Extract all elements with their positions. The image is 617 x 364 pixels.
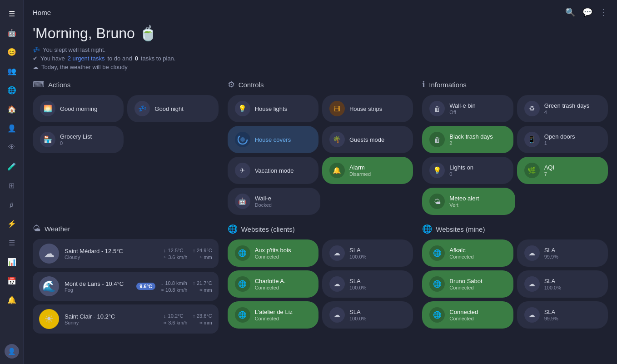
weather-wind-2: 10.8 km/h (165, 287, 187, 293)
sla-client-3-card[interactable]: ☁ SLA 100.0% (322, 301, 413, 329)
weather-saint-medard[interactable]: ☁ Saint Médard - 12.5°C Cloudy ↓12.5°C ≈… (33, 239, 219, 268)
walle-bin-card[interactable]: 🗑 Wall-e bin Off (422, 95, 513, 122)
urgent-tasks-link[interactable]: 2 urgent tasks (68, 55, 105, 62)
black-trash-card[interactable]: 🗑 Black trash days 2 (422, 126, 513, 153)
sidebar-people-icon[interactable]: 👥 (4, 63, 20, 79)
sidebar-eye-icon[interactable]: 👁 (4, 139, 20, 155)
sidebar-beta-icon[interactable]: β (4, 196, 20, 213)
sidebar-bell-icon[interactable]: 🔔 (4, 292, 20, 308)
actions-section: ⌨ Actions 🌅 Good morning 💤 Good night (33, 80, 219, 215)
weather-city-3: Saint Clair - 10.2°C (65, 313, 158, 320)
sla-mine-1-card[interactable]: ☁ SLA 99.9% (517, 239, 608, 267)
sidebar-layers-icon[interactable]: ⊞ (4, 177, 20, 194)
bottom-sections: 🌤 Weather ☁ Saint Médard - 12.5°C Cloudy… (33, 224, 608, 334)
charlotte-name: Charlotte A. (255, 278, 311, 284)
sla-mine-2-value: 100.0% (544, 285, 601, 290)
sla-mine-1-value: 99.9% (544, 254, 601, 259)
controls-cards: 💡 House lights 🎞 House strips (228, 95, 413, 215)
walle-bin-title: Wall-e bin (449, 102, 506, 109)
websites-clients-section: 🌐 Websites (clients) 🌐 Aux p'tits bois C… (228, 224, 413, 334)
sidebar-chart-icon[interactable]: 📊 (4, 254, 20, 270)
aqi-card[interactable]: 🌿 AQI 7 (517, 157, 608, 184)
page-title: Home (33, 9, 51, 16)
search-icon[interactable]: 🔍 (565, 7, 575, 17)
sidebar-flask-icon[interactable]: 🧪 (4, 158, 20, 175)
sidebar-user-icon[interactable]: 👤 (4, 120, 20, 136)
alarm-card[interactable]: 🔔 Alarm Disarmed (322, 157, 413, 184)
weather-cards: ☁ Saint Médard - 12.5°C Cloudy ↓12.5°C ≈… (33, 239, 219, 334)
website-mine-cards: 🌐 Afkalc Connected ☁ SLA 99.9% (422, 239, 608, 329)
atelier-liz-card[interactable]: 🌐 L'atelier de Liz Connected (228, 301, 318, 329)
weather-max-1: ↑ 24.9°C (193, 248, 212, 253)
informations-icon: ℹ (422, 80, 425, 90)
house-lights-title: House lights (255, 105, 311, 112)
sidebar-bolt-icon[interactable]: ⚡ (4, 215, 20, 232)
good-morning-card[interactable]: 🌅 Good morning (33, 95, 124, 122)
house-strips-title: House strips (349, 105, 406, 112)
sidebar-face-icon[interactable]: 😊 (4, 44, 20, 60)
sidebar-globe-icon[interactable]: 🌐 (4, 82, 20, 98)
sla-mine-3-card[interactable]: ☁ SLA 99.9% (517, 301, 608, 329)
house-strips-card[interactable]: 🎞 House strips (322, 95, 413, 122)
main-content: Home 🔍 💬 ⋮ 'Morning, Bruno 🍵 💤 You slept… (24, 0, 617, 364)
sla-client-1-value: 100.0% (349, 254, 406, 259)
open-doors-title: Open doors (544, 133, 601, 140)
connected-name: Connected (449, 309, 506, 315)
bruno-sabot-name: Bruno Sabot (449, 278, 506, 284)
house-covers-icon (235, 132, 250, 147)
sla-mine-2-card[interactable]: ☁ SLA 100.0% (517, 270, 608, 298)
good-morning-title: Good morning (60, 105, 116, 112)
open-doors-card[interactable]: 📱 Open doors 1 (517, 126, 608, 153)
weather-condition-3: Sunny (65, 320, 158, 325)
good-night-card[interactable]: 💤 Good night (127, 95, 218, 122)
sidebar-home-icon[interactable]: 🏠 (4, 101, 20, 117)
guests-mode-title: Guests mode (349, 136, 406, 143)
sla-client-2-name: SLA (349, 278, 406, 284)
greeting-headline: 'Morning, Bruno 🍵 (33, 25, 608, 42)
house-covers-card[interactable]: House covers (228, 126, 318, 153)
sidebar-robot-icon[interactable]: 🤖 (4, 25, 20, 41)
more-icon[interactable]: ⋮ (600, 7, 608, 17)
sla-client-1-card[interactable]: ☁ SLA 100.0% (322, 239, 413, 267)
actions-icon: ⌨ (33, 80, 45, 90)
vacation-mode-card[interactable]: ✈ Vacation mode (228, 157, 318, 184)
charlotte-card[interactable]: 🌐 Charlotte A. Connected (228, 270, 318, 298)
house-lights-card[interactable]: 💡 House lights (228, 95, 318, 122)
weather-saint-clair[interactable]: ☀ Saint Clair - 10.2°C Sunny ↓10.2°C ≈3.… (33, 304, 219, 334)
open-doors-subtitle: 1 (544, 140, 601, 146)
aux-ptits-bois-card[interactable]: 🌐 Aux p'tits bois Connected (228, 239, 318, 267)
websites-mine-icon: 🌐 (422, 224, 432, 234)
grocery-list-card[interactable]: 🏪 Grocery List 0 (33, 126, 124, 153)
aqi-title: AQI (544, 164, 601, 171)
sidebar-calendar-icon[interactable]: 📅 (4, 273, 20, 289)
informations-cards: 🗑 Wall-e bin Off ♻ Green trash days 4 🗑 (422, 95, 608, 215)
sla-client-2-card[interactable]: ☁ SLA 100.0% (322, 270, 413, 298)
black-trash-title: Black trash days (449, 133, 506, 140)
guests-mode-card[interactable]: 🌴 Guests mode (322, 126, 413, 153)
connected-card[interactable]: 🌐 Connected Connected (422, 301, 513, 329)
cloud-icon: ☁ (33, 64, 39, 70)
afkalc-status: Connected (449, 254, 506, 259)
websites-clients-header: 🌐 Websites (clients) (228, 224, 413, 234)
weather-mont-de-lans[interactable]: 🌊 Mont de Lans - 10.4°C Fog 9.6°C ↓10.8 … (33, 272, 219, 301)
connected-icon: 🌐 (429, 307, 445, 323)
afkalc-card[interactable]: 🌐 Afkalc Connected (422, 239, 513, 267)
website-client-cards: 🌐 Aux p'tits bois Connected ☁ SLA 100.0% (228, 239, 413, 329)
lights-on-card[interactable]: 💡 Lights on 0 (422, 157, 513, 184)
sleep-icon: 💤 (33, 46, 40, 53)
avatar[interactable]: 👤 (5, 344, 19, 359)
charlotte-icon: 🌐 (235, 276, 250, 292)
meteo-alert-card[interactable]: 🌤 Meteo alert Vert (422, 188, 515, 215)
chat-icon[interactable]: 💬 (582, 7, 592, 17)
guests-mode-icon: 🌴 (329, 132, 345, 147)
bruno-sabot-card[interactable]: 🌐 Bruno Sabot Connected (422, 270, 513, 298)
topbar-actions: 🔍 💬 ⋮ (565, 7, 608, 17)
grocery-subtitle: 0 (60, 140, 116, 146)
controls-section: ⚙ Controls 💡 House lights 🎞 House strips (228, 80, 413, 215)
aqi-icon: 🌿 (524, 163, 540, 178)
sidebar-menu-icon[interactable]: ☰ (4, 5, 20, 22)
informations-title: Informations (429, 81, 467, 89)
sidebar-list-icon[interactable]: ☰ (4, 234, 20, 251)
walle-card[interactable]: 🤖 Wall-e Docked (228, 188, 320, 215)
green-trash-card[interactable]: ♻ Green trash days 4 (517, 95, 608, 122)
